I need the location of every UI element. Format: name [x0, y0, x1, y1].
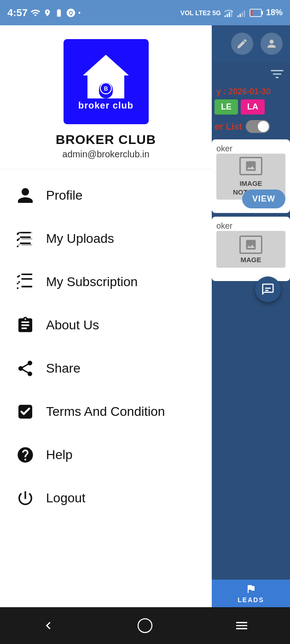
toggle-row: er List	[212, 116, 290, 137]
right-panel: y : 2026-01-30 LE LA er List oker IMAGEN…	[212, 25, 290, 607]
signal-text: VOL LTE2 5G	[180, 9, 221, 17]
status-time-section: 4:57 •	[7, 7, 81, 19]
menu-button[interactable]	[228, 612, 255, 639]
battery-icon	[54, 8, 64, 17]
back-button[interactable]	[35, 612, 62, 639]
signal-bars-1	[224, 8, 234, 18]
svg-rect-18	[265, 288, 271, 289]
svg-rect-2	[226, 13, 228, 17]
view-button-1[interactable]: VIEW	[242, 190, 285, 208]
home-button[interactable]	[131, 612, 159, 639]
svg-rect-19	[265, 290, 269, 291]
menu-item-my-uploads[interactable]: My Uploads	[0, 217, 212, 260]
dot-icon: •	[78, 9, 81, 17]
help-icon	[14, 443, 37, 466]
location-icon	[43, 9, 52, 17]
svg-rect-10	[261, 11, 263, 15]
logout-label: Logout	[46, 491, 86, 506]
svg-rect-4	[231, 10, 232, 17]
person-icon	[14, 184, 37, 207]
subscription-icon	[14, 270, 37, 293]
menu-item-about-us[interactable]: About Us	[0, 304, 212, 347]
property-card-1: oker IMAGENOT AVAIL VIEW	[212, 139, 290, 213]
battery-percent: 18%	[266, 8, 283, 17]
svg-rect-1	[225, 15, 226, 17]
house-logo-icon: B	[78, 52, 133, 98]
broker-list-toggle[interactable]	[246, 120, 270, 133]
verified-icon	[14, 400, 37, 423]
image-not-available-2: MAGE	[239, 256, 262, 264]
drawer-header: B broker club BROKER CLUB admin@brokercl…	[0, 25, 212, 169]
right-top-bar	[212, 25, 290, 62]
chat-fab-button[interactable]	[255, 276, 281, 302]
logo-text: broker club	[78, 100, 133, 111]
nav-bar	[0, 607, 290, 644]
main-container: B broker club BROKER CLUB admin@brokercl…	[0, 25, 290, 607]
svg-rect-8	[244, 10, 245, 17]
battery-level-icon	[249, 9, 263, 17]
card1-broker: oker	[216, 142, 232, 155]
profile-icon-button[interactable]	[261, 33, 283, 55]
profile-label: Profile	[46, 188, 82, 203]
filter-bar	[212, 62, 290, 86]
tag-row: LE LA	[212, 98, 290, 116]
svg-rect-11	[250, 10, 252, 16]
svg-rect-3	[229, 12, 230, 17]
terms-label: Terms And Condition	[46, 404, 165, 419]
menu-item-help[interactable]: Help	[0, 433, 212, 477]
date-section: y : 2026-01-30	[212, 86, 290, 98]
leads-icon	[245, 583, 256, 594]
my-subscription-label: My Subscription	[46, 275, 138, 289]
app-logo: B broker club	[64, 39, 149, 124]
svg-marker-12	[83, 55, 129, 75]
leads-label: LEADS	[238, 596, 264, 604]
menu-item-terms[interactable]: Terms And Condition	[0, 390, 212, 433]
share-icon	[14, 357, 37, 380]
user-name: BROKER CLUB	[56, 132, 156, 147]
menu-item-profile[interactable]: Profile	[0, 174, 212, 217]
chat-icon	[261, 282, 275, 296]
headphone-icon	[66, 8, 75, 17]
menu-item-my-subscription[interactable]: My Subscription	[0, 260, 212, 304]
svg-text:B: B	[104, 86, 108, 92]
card2-image: MAGE	[216, 231, 285, 268]
menu-item-logout[interactable]: Logout	[0, 477, 212, 520]
power-icon	[14, 487, 37, 510]
edit-icon-button[interactable]	[231, 33, 253, 55]
svg-rect-7	[242, 12, 243, 17]
status-bar: 4:57 • VOL LTE2 5G 18%	[0, 0, 290, 25]
menu-item-share[interactable]: Share	[0, 347, 212, 390]
date-badge: y : 2026-01-30	[216, 87, 271, 96]
signal-bars-2	[237, 8, 247, 18]
clipboard-icon	[14, 314, 37, 337]
user-email: admin@brokerclub.in	[62, 149, 149, 160]
tag-la[interactable]: LA	[241, 99, 265, 115]
about-us-label: About Us	[46, 318, 99, 333]
wifi-icon	[30, 8, 41, 18]
svg-point-20	[138, 619, 152, 632]
property-card-2: oker MAGE	[212, 217, 290, 281]
help-label: Help	[46, 448, 73, 462]
leads-bar[interactable]: LEADS	[212, 580, 290, 607]
toggle-label: er List	[215, 121, 242, 132]
tag-sale[interactable]: LE	[215, 99, 238, 115]
my-uploads-label: My Uploads	[46, 231, 114, 246]
menu-list: Profile My Uploads My Subscription	[0, 169, 212, 524]
filter-icon[interactable]	[269, 66, 285, 82]
card2-broker: oker	[216, 219, 232, 232]
svg-rect-5	[238, 15, 239, 17]
time-display: 4:57	[7, 7, 28, 19]
svg-rect-6	[239, 13, 241, 17]
share-label: Share	[46, 361, 81, 376]
svg-point-0	[70, 12, 72, 14]
checklist-icon	[14, 227, 37, 250]
drawer-menu: B broker club BROKER CLUB admin@brokercl…	[0, 25, 212, 607]
status-right-section: VOL LTE2 5G 18%	[180, 8, 283, 18]
